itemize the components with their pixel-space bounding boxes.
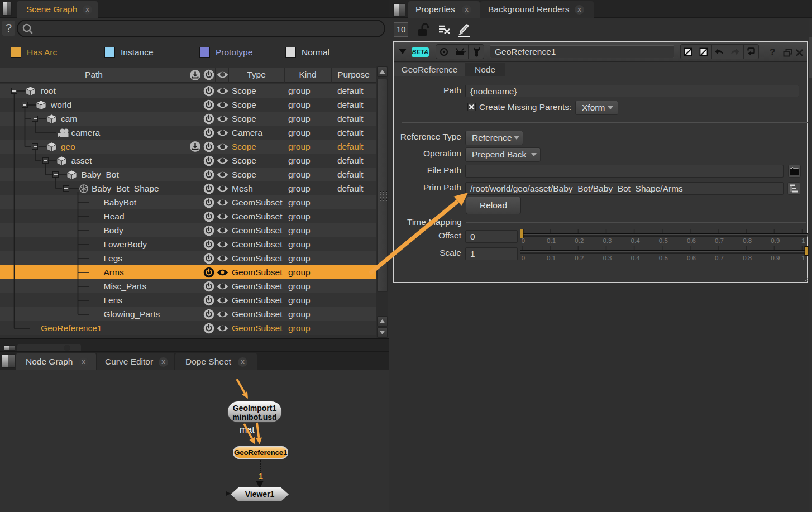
svg-text:0.4: 0.4 (631, 255, 641, 261)
svg-text:0.1: 0.1 (547, 255, 556, 261)
svg-text:0.3: 0.3 (603, 255, 612, 261)
svg-text:0.5: 0.5 (659, 255, 668, 261)
svg-text:0.6: 0.6 (687, 255, 696, 261)
svg-text:0.2: 0.2 (575, 255, 584, 261)
svg-text:0.9: 0.9 (771, 255, 780, 261)
svg-text:0: 0 (522, 255, 525, 261)
svg-text:0.7: 0.7 (715, 255, 724, 261)
svg-text:0.8: 0.8 (743, 255, 752, 261)
